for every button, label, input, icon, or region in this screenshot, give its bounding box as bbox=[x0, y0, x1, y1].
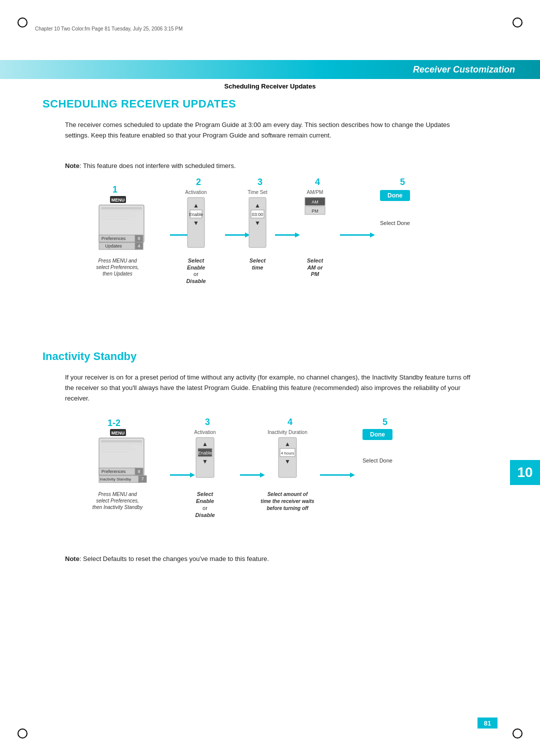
svg-text:Select: Select bbox=[250, 258, 266, 264]
chapter-tab: 10 bbox=[510, 460, 540, 485]
reg-mark-bl bbox=[18, 728, 28, 738]
svg-text:3: 3 bbox=[258, 177, 262, 187]
svg-rect-9 bbox=[101, 210, 142, 212]
svg-marker-59 bbox=[350, 472, 355, 478]
svg-text:Disable: Disable bbox=[186, 278, 206, 284]
svg-text:Preferences: Preferences bbox=[102, 469, 126, 474]
svg-text:4 hours: 4 hours bbox=[281, 451, 294, 456]
svg-text:select Preferences,: select Preferences, bbox=[96, 498, 139, 504]
svg-text:4: 4 bbox=[315, 177, 320, 187]
svg-text:Enable: Enable bbox=[189, 212, 203, 217]
svg-text:Activation: Activation bbox=[194, 430, 216, 435]
svg-rect-11 bbox=[101, 216, 136, 217]
section2-body: If your receiver is on for a preset peri… bbox=[65, 372, 475, 404]
svg-text:MENU: MENU bbox=[112, 430, 125, 436]
svg-text:Done: Done bbox=[388, 192, 402, 199]
header-title: Receiver Customization bbox=[413, 64, 515, 75]
svg-text:8: 8 bbox=[138, 469, 140, 474]
svg-text:Select Done: Select Done bbox=[362, 458, 392, 464]
svg-text:then Inactivity Standby: then Inactivity Standby bbox=[92, 504, 144, 510]
file-info: Chapter 10 Two Color.fm Page 81 Tuesday,… bbox=[35, 26, 182, 32]
svg-text:Time Set: Time Set bbox=[248, 190, 268, 195]
svg-marker-57 bbox=[190, 472, 195, 478]
svg-text:Select: Select bbox=[197, 491, 214, 497]
svg-text:Disable: Disable bbox=[195, 512, 214, 518]
svg-rect-8 bbox=[101, 207, 142, 210]
section1-heading-text: Scheduling Receiver Updates bbox=[42, 98, 236, 110]
svg-rect-67 bbox=[101, 448, 136, 450]
svg-text:▲: ▲ bbox=[202, 440, 208, 448]
svg-text:Updates: Updates bbox=[105, 244, 122, 248]
note2-content: : Select Defaults to reset the changes y… bbox=[80, 555, 269, 562]
diagram2: 1-2 MENU Preferences 8 Inactivity Standb… bbox=[50, 415, 500, 545]
note-bold: Note bbox=[65, 162, 80, 170]
svg-text:AM/PM: AM/PM bbox=[307, 190, 324, 195]
svg-text:Select: Select bbox=[188, 258, 205, 264]
svg-text:Press MENU and: Press MENU and bbox=[98, 492, 137, 497]
svg-text:AM or: AM or bbox=[306, 264, 323, 270]
svg-text:PM: PM bbox=[311, 271, 320, 277]
svg-text:Enable: Enable bbox=[187, 264, 205, 270]
svg-text:▼: ▼ bbox=[202, 458, 208, 465]
svg-rect-12 bbox=[101, 218, 128, 220]
subheader: Scheduling Receiver Updates bbox=[0, 82, 540, 90]
svg-text:Enable: Enable bbox=[198, 450, 212, 456]
section1-note: Note: This feature does not interfere wi… bbox=[65, 162, 475, 170]
svg-text:8: 8 bbox=[138, 236, 140, 241]
svg-text:2: 2 bbox=[196, 177, 201, 187]
section2-heading: Inactivity Standby bbox=[42, 350, 136, 363]
svg-text:Done: Done bbox=[370, 431, 385, 438]
svg-text:▲: ▲ bbox=[254, 202, 260, 209]
svg-text:then Updates: then Updates bbox=[102, 271, 132, 276]
svg-text:time: time bbox=[252, 264, 264, 270]
svg-text:Enable: Enable bbox=[196, 498, 214, 504]
svg-text:time the receiver waits: time the receiver waits bbox=[260, 498, 314, 504]
svg-text:Select: Select bbox=[307, 258, 324, 264]
svg-rect-68 bbox=[101, 451, 128, 452]
svg-text:Select amount of: Select amount of bbox=[268, 492, 308, 497]
page-number: 81 bbox=[478, 718, 498, 728]
diagram2-svg: 1-2 MENU Preferences 8 Inactivity Standb… bbox=[50, 415, 500, 545]
diagram1-svg: 1 MENU Preferences 8 Updates 4 Press MEN… bbox=[50, 175, 500, 305]
svg-text:3: 3 bbox=[205, 417, 210, 427]
svg-text:03:00: 03:00 bbox=[252, 212, 264, 217]
section1-heading: Scheduling Receiver Updates bbox=[42, 98, 236, 110]
svg-text:before turning off: before turning off bbox=[266, 506, 309, 511]
svg-rect-10 bbox=[101, 213, 131, 214]
svg-text:or: or bbox=[202, 505, 208, 511]
svg-rect-65 bbox=[101, 444, 142, 445]
svg-rect-66 bbox=[101, 446, 131, 448]
chapter-number: 10 bbox=[517, 464, 532, 480]
svg-text:7: 7 bbox=[141, 476, 144, 482]
reg-mark-tl bbox=[18, 18, 28, 28]
svg-text:5: 5 bbox=[382, 417, 388, 427]
svg-text:▼: ▼ bbox=[284, 458, 290, 465]
diagram1: 1 MENU Preferences 8 Updates 4 Press MEN… bbox=[50, 175, 500, 305]
section1-body: The receiver comes scheduled to update t… bbox=[65, 120, 475, 141]
svg-text:Preferences: Preferences bbox=[102, 236, 126, 241]
svg-marker-3 bbox=[370, 232, 375, 238]
svg-text:1: 1 bbox=[112, 184, 118, 194]
svg-text:Inactivity Standby: Inactivity Standby bbox=[100, 477, 132, 482]
svg-text:Activation: Activation bbox=[185, 190, 206, 195]
note2-bold: Note bbox=[65, 555, 80, 562]
svg-text:Inactivity Duration: Inactivity Duration bbox=[268, 430, 307, 435]
svg-text:4: 4 bbox=[288, 417, 292, 427]
svg-marker-58 bbox=[260, 472, 265, 478]
svg-text:1-2: 1-2 bbox=[108, 418, 120, 428]
reg-mark-tr bbox=[512, 18, 522, 28]
svg-text:4: 4 bbox=[138, 244, 140, 248]
svg-marker-2 bbox=[295, 232, 300, 238]
note-content: : This feature does not interfere with s… bbox=[80, 162, 236, 170]
svg-text:▲: ▲ bbox=[284, 440, 290, 448]
svg-text:Press MENU and: Press MENU and bbox=[98, 258, 137, 264]
svg-text:AM: AM bbox=[312, 200, 318, 204]
svg-text:PM: PM bbox=[312, 208, 318, 214]
svg-text:▼: ▼ bbox=[193, 220, 199, 226]
svg-text:▲: ▲ bbox=[193, 202, 199, 209]
header-band: Receiver Customization bbox=[0, 60, 540, 79]
svg-text:or: or bbox=[194, 271, 198, 277]
svg-rect-64 bbox=[101, 440, 142, 442]
section2-heading-text: Inactivity Standby bbox=[42, 350, 136, 362]
svg-text:select Preferences,: select Preferences, bbox=[96, 264, 139, 270]
